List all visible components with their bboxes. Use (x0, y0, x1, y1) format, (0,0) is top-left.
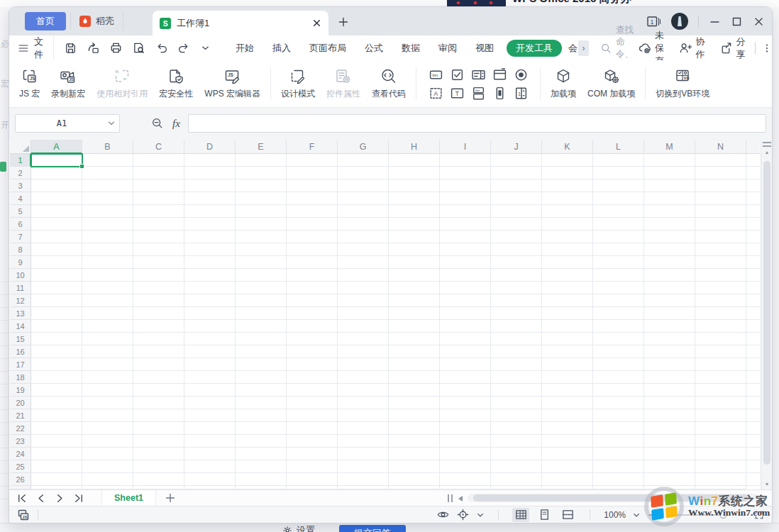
cell-G18[interactable] (338, 371, 389, 384)
cell-E7[interactable] (236, 231, 287, 243)
cell-I17[interactable] (440, 358, 491, 371)
cell-J6[interactable] (491, 218, 542, 231)
cell-L25[interactable] (593, 460, 644, 473)
cell-F18[interactable] (287, 371, 338, 384)
cell-C7[interactable] (133, 231, 184, 243)
row-header-1[interactable]: 1 (10, 154, 31, 167)
docer-tab[interactable]: 稻壳 (70, 12, 123, 31)
cell-B12[interactable] (82, 294, 133, 307)
cell-K8[interactable] (542, 243, 593, 256)
cell-B7[interactable] (82, 231, 133, 243)
row-header-2[interactable]: 2 (10, 167, 31, 179)
ribbon-button-addins[interactable]: 加载项 (545, 67, 582, 100)
cell-C14[interactable] (133, 320, 184, 333)
cell-G16[interactable] (338, 345, 389, 358)
cell-B13[interactable] (82, 307, 133, 320)
cell-B20[interactable] (82, 397, 133, 409)
cell-G19[interactable] (338, 384, 389, 397)
page-layout-view-button[interactable] (536, 508, 553, 522)
sheet-tab-sheet1[interactable]: Sheet1 (101, 490, 156, 506)
center-view-icon[interactable] (456, 508, 470, 521)
cell-E13[interactable] (236, 307, 287, 320)
column-header-K[interactable]: K (542, 140, 593, 154)
cell-L14[interactable] (593, 320, 644, 333)
scroll-left-arrow[interactable] (458, 496, 463, 501)
cell-M6[interactable] (644, 218, 695, 231)
cell-D17[interactable] (184, 358, 236, 371)
menu-item-1[interactable]: 开始 (226, 40, 263, 57)
cell-I21[interactable] (440, 409, 491, 422)
cell-A26[interactable] (31, 473, 82, 486)
cell-G24[interactable] (338, 448, 389, 460)
cell-M10[interactable] (644, 269, 695, 282)
cell-L1[interactable] (593, 154, 644, 167)
cell-C26[interactable] (133, 473, 184, 486)
column-header-D[interactable]: D (184, 140, 236, 154)
cell-L3[interactable] (593, 179, 644, 192)
cell-D20[interactable] (184, 397, 236, 409)
cell-N4[interactable] (695, 192, 746, 205)
menu-item-6[interactable]: 审阅 (429, 40, 466, 57)
cell-I10[interactable] (440, 269, 491, 282)
cell-I14[interactable] (440, 320, 491, 333)
menu-item-9[interactable]: 会 (565, 40, 578, 57)
cell-N24[interactable] (695, 448, 746, 460)
cell-F6[interactable] (287, 218, 338, 231)
cell-L5[interactable] (593, 205, 644, 218)
split-handle[interactable] (763, 142, 771, 147)
cell-N15[interactable] (695, 333, 746, 345)
cell-H15[interactable] (389, 333, 440, 345)
cell-D16[interactable] (184, 345, 236, 358)
cell-E25[interactable] (236, 460, 287, 473)
save-icon[interactable] (64, 41, 77, 55)
cell-J25[interactable] (491, 460, 542, 473)
cell-K5[interactable] (542, 205, 593, 218)
cell-A15[interactable] (31, 333, 82, 345)
cell-M23[interactable] (644, 435, 695, 448)
cell-F24[interactable] (287, 448, 338, 460)
cell-H24[interactable] (389, 448, 440, 460)
cell-A10[interactable] (31, 269, 82, 282)
cell-L6[interactable] (593, 218, 644, 231)
cell-I16[interactable] (440, 345, 491, 358)
button-control[interactable]: btn (426, 66, 445, 84)
file-menu[interactable]: 文件 (18, 35, 54, 61)
column-header-N[interactable]: N (695, 140, 746, 154)
cell-I25[interactable] (440, 460, 491, 473)
cell-A6[interactable] (31, 218, 82, 231)
cell-H17[interactable] (389, 358, 440, 371)
cell-B2[interactable] (82, 167, 133, 179)
document-tab[interactable]: S 工作簿1 (153, 11, 328, 35)
cell-L8[interactable] (593, 243, 644, 256)
previous-sheet-icon[interactable] (35, 493, 46, 504)
cell-B5[interactable] (82, 205, 133, 218)
cell-D1[interactable] (184, 154, 236, 167)
cell-L22[interactable] (593, 422, 644, 435)
cell-A7[interactable] (31, 231, 82, 243)
ribbon-button-macro-editor[interactable]: JSWPS 宏编辑器 (199, 67, 266, 100)
cell-E10[interactable] (236, 269, 287, 282)
cell-A13[interactable] (31, 307, 82, 320)
cell-K7[interactable] (542, 231, 593, 243)
toggle-control[interactable]: btn (469, 84, 487, 102)
eye-icon[interactable] (436, 508, 450, 521)
row-header-22[interactable]: 22 (10, 422, 31, 435)
cell-C12[interactable] (133, 294, 184, 307)
cell-K22[interactable] (542, 422, 593, 435)
cell-A12[interactable] (31, 294, 82, 307)
cell-D12[interactable] (184, 294, 236, 307)
cell-G5[interactable] (338, 205, 389, 218)
name-box[interactable]: A1 (15, 114, 120, 133)
ribbon-button-js-macro[interactable]: JSJS 宏 (13, 67, 45, 100)
cell-A5[interactable] (31, 205, 82, 218)
row-header-13[interactable]: 13 (10, 307, 31, 320)
cell-D8[interactable] (184, 243, 236, 256)
cell-M4[interactable] (644, 192, 695, 205)
cell-D9[interactable] (184, 256, 236, 269)
cell-M22[interactable] (644, 422, 695, 435)
cell-M2[interactable] (644, 167, 695, 179)
cell-B3[interactable] (82, 179, 133, 192)
cell-J14[interactable] (491, 320, 542, 333)
cell-J19[interactable] (491, 384, 542, 397)
cell-M11[interactable] (644, 282, 695, 294)
